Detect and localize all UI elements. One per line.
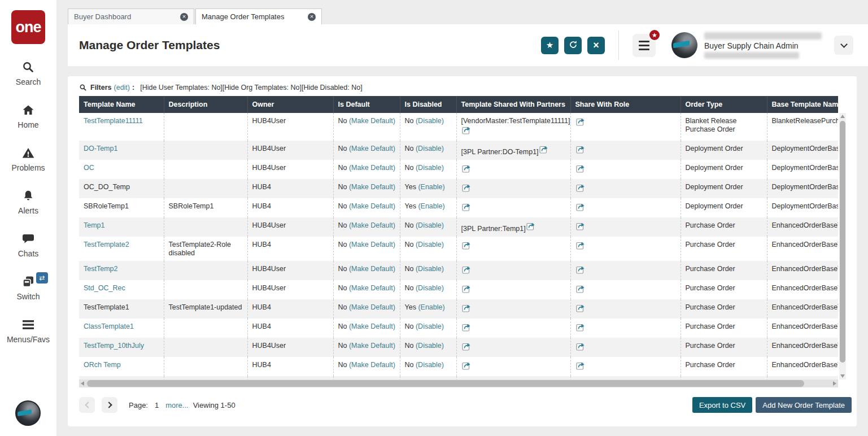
make-default-link[interactable]: (Make Default) <box>349 322 395 330</box>
close-button[interactable]: × <box>587 37 605 54</box>
one-logo[interactable]: one <box>11 10 45 44</box>
make-default-link[interactable]: (Make Default) <box>349 284 395 292</box>
share-with-role-icon[interactable] <box>576 145 585 156</box>
export-to-csv-button[interactable]: Export to CSV <box>692 397 752 413</box>
scroll-down-icon[interactable] <box>840 374 845 378</box>
disable-link[interactable]: (Disable) <box>416 164 444 172</box>
sidebar-item-chats[interactable]: Chats <box>0 232 56 258</box>
user-menu-button[interactable] <box>834 36 853 55</box>
column-header[interactable]: Is Default <box>333 96 400 113</box>
make-default-link[interactable]: (Make Default) <box>349 145 395 152</box>
template-name-link[interactable]: ORch Temp <box>84 361 121 369</box>
column-header[interactable]: Base Template Name <box>767 96 838 113</box>
share-with-role-icon[interactable] <box>576 202 585 213</box>
column-header[interactable]: Description <box>164 96 247 113</box>
sidebar-item-search[interactable]: Search <box>0 60 56 86</box>
share-with-partners-icon[interactable] <box>462 284 471 295</box>
disable-link[interactable]: (Enable) <box>418 303 444 311</box>
make-default-link[interactable]: (Make Default) <box>349 265 395 273</box>
template-name-link[interactable]: TestTemplate11111 <box>84 117 143 125</box>
column-header[interactable]: Order Type <box>681 96 767 113</box>
share-with-partners-icon[interactable] <box>539 145 548 156</box>
share-with-partners-icon[interactable] <box>462 265 471 276</box>
favorite-button[interactable]: ★ <box>541 37 559 54</box>
disable-link[interactable]: (Disable) <box>416 265 444 273</box>
share-with-partners-icon[interactable] <box>462 202 471 213</box>
share-with-role-icon[interactable] <box>576 183 585 194</box>
disable-link[interactable]: (Disable) <box>416 342 444 350</box>
tab-manage-order-templates[interactable]: Manage Order Templates × <box>195 8 322 26</box>
refresh-button[interactable] <box>564 37 582 54</box>
disable-link[interactable]: (Disable) <box>416 284 444 292</box>
column-header[interactable]: Is Disabled <box>400 96 456 113</box>
table-row[interactable]: OC HUB4User No (Make Default) No (Disabl… <box>79 160 838 179</box>
table-row[interactable]: ClassTemplate1 HUB4 No (Make Default) No… <box>79 319 838 338</box>
horizontal-scrollbar-thumb[interactable] <box>87 380 804 387</box>
share-with-partners-icon[interactable] <box>462 342 471 353</box>
template-name-link[interactable]: TestTemp2 <box>84 265 117 273</box>
share-with-role-icon[interactable] <box>576 284 585 295</box>
template-name-link[interactable]: ClassTemplate1 <box>84 322 134 330</box>
make-default-link[interactable]: (Make Default) <box>349 241 395 248</box>
share-with-partners-icon[interactable] <box>462 303 471 315</box>
make-default-link[interactable]: (Make Default) <box>349 202 395 210</box>
switch-badge-icon[interactable]: ⇄ <box>36 272 48 284</box>
table-row[interactable]: Std_OC_Rec HUB4User No (Make Default) No… <box>79 280 838 299</box>
share-with-role-icon[interactable] <box>576 303 585 315</box>
scroll-right-icon[interactable] <box>833 381 836 386</box>
template-name-link[interactable]: TestTemp_10thJuly <box>84 342 144 350</box>
tab-close-icon[interactable]: × <box>180 13 188 21</box>
column-header[interactable]: Template Shared With Partners <box>456 96 570 113</box>
column-header[interactable]: Owner <box>247 96 333 113</box>
share-with-partners-icon[interactable] <box>462 241 471 252</box>
table-row[interactable]: Temp1 HUB4User No (Make Default) No (Dis… <box>79 217 838 237</box>
share-with-role-icon[interactable] <box>576 164 585 175</box>
global-menu-button[interactable]: ★ <box>633 34 656 57</box>
tab-buyer-dashboard[interactable]: Buyer Dashboard × <box>68 8 194 24</box>
share-with-role-icon[interactable] <box>576 342 585 353</box>
disable-link[interactable]: (Disable) <box>416 361 444 369</box>
template-name-link[interactable]: TestTemplate2 <box>84 241 129 248</box>
column-header[interactable]: Share With Role <box>570 96 681 113</box>
vertical-scrollbar-thumb[interactable] <box>840 121 845 363</box>
share-with-partners-icon[interactable] <box>462 361 471 372</box>
share-with-role-icon[interactable] <box>576 265 585 276</box>
disable-link[interactable]: (Disable) <box>416 117 444 125</box>
share-with-partners-icon[interactable] <box>462 164 471 175</box>
table-row[interactable]: SBRoleTemp1 SBRoleTemp1 HUB4 No (Make De… <box>79 198 838 217</box>
make-default-link[interactable]: (Make Default) <box>349 164 395 172</box>
make-default-link[interactable]: (Make Default) <box>349 183 395 191</box>
column-header[interactable]: Template Name <box>79 96 164 113</box>
add-new-order-template-button[interactable]: Add New Order Template <box>756 397 852 413</box>
disable-link[interactable]: (Disable) <box>416 221 444 229</box>
share-with-partners-icon[interactable] <box>462 322 471 334</box>
table-row[interactable]: TestTemp_10thJuly HUB4User No (Make Defa… <box>79 338 838 357</box>
make-default-link[interactable]: (Make Default) <box>349 361 395 369</box>
table-row[interactable]: TestTemplate1 TestTemplate1-updated HUB4… <box>79 299 838 319</box>
table-row[interactable]: TestTemp2 HUB4User No (Make Default) No … <box>79 261 838 280</box>
template-name-link[interactable]: Std_OC_Rec <box>84 284 125 292</box>
sidebar-item-switch[interactable]: Switch ⇄ <box>0 274 56 301</box>
make-default-link[interactable]: (Make Default) <box>349 342 395 350</box>
make-default-link[interactable]: (Make Default) <box>349 303 395 311</box>
disable-link[interactable]: (Enable) <box>418 202 444 210</box>
disable-link[interactable]: (Disable) <box>416 322 444 330</box>
make-default-link[interactable]: (Make Default) <box>349 117 395 125</box>
user-avatar[interactable] <box>671 32 697 58</box>
share-with-partners-icon[interactable] <box>462 183 471 194</box>
page-number[interactable]: 1 <box>155 401 159 409</box>
scroll-left-icon[interactable] <box>81 381 84 386</box>
share-with-role-icon[interactable] <box>576 221 585 233</box>
next-page-button[interactable] <box>102 397 117 413</box>
share-with-partners-icon[interactable] <box>462 125 471 137</box>
filters-edit-link[interactable]: (edit) <box>114 84 130 91</box>
sidebar-item-home[interactable]: Home <box>0 103 56 129</box>
table-row[interactable]: TestTemplate11111 HUB4User No (Make Defa… <box>79 113 838 141</box>
disable-link[interactable]: (Disable) <box>416 145 444 152</box>
vertical-scrollbar[interactable] <box>839 113 846 380</box>
table-row[interactable]: ORch Temp HUB4 No (Make Default) No (Dis… <box>79 357 838 376</box>
template-name-link[interactable]: DO-Temp1 <box>84 145 117 152</box>
template-name-link[interactable]: Temp1 <box>84 221 105 229</box>
share-with-role-icon[interactable] <box>576 241 585 252</box>
table-row[interactable]: DO-Temp1 HUB4User No (Make Default) No (… <box>79 141 838 160</box>
